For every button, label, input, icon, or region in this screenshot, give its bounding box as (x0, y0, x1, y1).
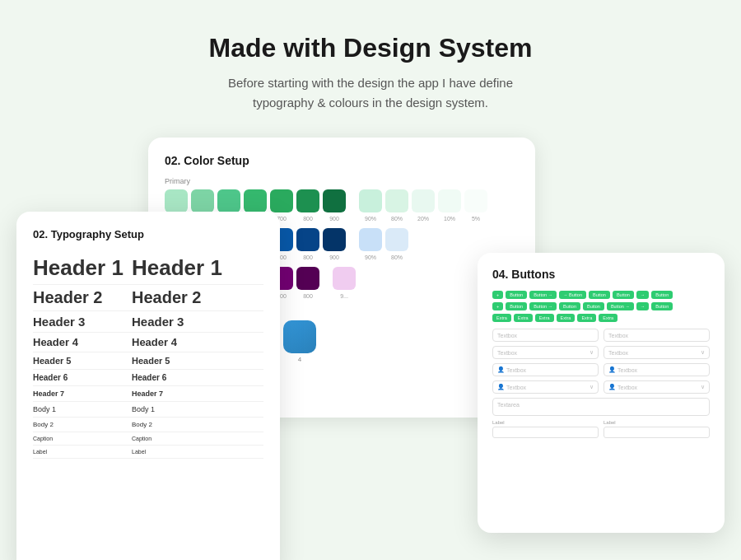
user-icon-4: 👤 (608, 384, 616, 390)
button-row-2: + Button Button → Button Button Button →… (492, 302, 710, 310)
mini-btn-5[interactable]: Button (613, 291, 634, 299)
input-row-plain: Textbox Textbox (492, 329, 710, 342)
mini-btn-15[interactable]: Button (651, 302, 673, 310)
input-row-select: Textbox∨ Textbox∨ (492, 346, 710, 359)
cards-container: 02. Color Setup Primary 300 400 500 600 … (16, 138, 725, 516)
mini-btn-9[interactable]: Button (506, 302, 527, 310)
mini-btn-17[interactable]: Extra (514, 314, 533, 322)
typo-header2: Header 2 Header 2 (33, 285, 263, 311)
typo-body2: Body 2 Body 2 (33, 418, 263, 432)
purple-800 (296, 267, 319, 290)
page-subtitle: Before starting with the design the app … (209, 73, 533, 113)
green-800 (296, 189, 319, 212)
mini-btn-21[interactable]: Extra (599, 314, 618, 322)
buttons-setup-card: 04. Buttons + Button Button → → Button B… (478, 253, 725, 533)
mini-textarea[interactable]: Textarea (492, 398, 710, 416)
green-80 (385, 189, 408, 212)
mini-icon-textbox-2[interactable]: 👤Textbox (604, 363, 710, 376)
green-swatch-row (165, 189, 519, 212)
mini-btn-8[interactable]: + (492, 302, 503, 310)
green-5 (464, 189, 487, 212)
mini-btn-plus[interactable]: + (492, 291, 503, 299)
mini-btn-10[interactable]: Button → (529, 302, 557, 310)
mini-btn-12[interactable]: Button (583, 302, 604, 310)
mini-btn-19[interactable]: Extra (557, 314, 576, 322)
buttons-card-title: 04. Buttons (492, 268, 710, 281)
green-300 (165, 189, 188, 212)
gradient-4 (283, 320, 316, 353)
mini-btn-6[interactable]: → (636, 291, 650, 299)
header-section: Made with Design System Before starting … (193, 0, 549, 129)
green-700 (270, 189, 293, 212)
mini-btn-4[interactable]: Button (589, 291, 610, 299)
user-icon-3: 👤 (497, 384, 505, 390)
green-20 (412, 189, 435, 212)
mini-btn-20[interactable]: Extra (577, 314, 596, 322)
mini-btn-13[interactable]: Button → (607, 302, 634, 310)
typography-setup-card: 02. Typography Setup Header 1 Header 1 H… (16, 212, 280, 560)
color-card-title: 02. Color Setup (165, 154, 519, 167)
mini-textbox-1[interactable]: Textbox (492, 329, 599, 342)
typo-header4: Header 4 Header 4 (33, 333, 263, 352)
mini-btn-18[interactable]: Extra (535, 314, 554, 322)
input-row-icon-select: 👤Textbox∨ 👤Textbox∨ (492, 380, 710, 394)
input-label-left[interactable] (492, 427, 599, 438)
mini-select-2[interactable]: Textbox∨ (604, 346, 710, 359)
blue-800 (296, 228, 319, 251)
input-label-right[interactable] (604, 427, 710, 438)
typo-caption: Caption Caption (33, 432, 263, 446)
input-row-textarea: Textarea (492, 398, 710, 416)
typo-label: Label Label (33, 446, 263, 459)
green-90 (359, 189, 382, 212)
mini-btn-14[interactable]: → (636, 302, 650, 310)
green-10 (438, 189, 461, 212)
typo-header6: Header 6 Header 6 (33, 370, 263, 386)
mini-select-1[interactable]: Textbox∨ (492, 346, 599, 359)
mini-icon-select-1[interactable]: 👤Textbox∨ (492, 380, 599, 394)
mini-icon-select-2[interactable]: 👤Textbox∨ (604, 380, 710, 394)
green-600 (244, 189, 267, 212)
blue-90 (359, 228, 382, 251)
mini-btn-3[interactable]: → Button (559, 291, 586, 299)
typo-body1: Body 1 Body 1 (33, 402, 263, 418)
user-icon: 👤 (497, 366, 505, 373)
label-left: Label (492, 420, 599, 425)
green-500 (217, 189, 240, 212)
mini-textbox-2[interactable]: Textbox (604, 329, 710, 342)
user-icon-2: 👤 (608, 366, 616, 373)
mini-btn-2[interactable]: Button → (529, 291, 557, 299)
typography-card-title: 02. Typography Setup (33, 228, 263, 240)
label-right: Label (604, 420, 710, 425)
mini-btn-7[interactable]: Button (651, 291, 673, 299)
button-row-1: + Button Button → → Button Button Button… (492, 291, 710, 299)
green-400 (191, 189, 214, 212)
input-row-bottom: Label Label (492, 420, 710, 438)
typo-header7: Header 7 Header 7 (33, 386, 263, 402)
typo-header3: Header 3 Header 3 (33, 311, 263, 333)
mini-btn-11[interactable]: Button (559, 302, 580, 310)
blue-80 (385, 228, 408, 251)
primary-label: Primary (165, 177, 519, 185)
blue-900 (323, 228, 346, 251)
input-row-icon: 👤Textbox 👤Textbox (492, 363, 710, 376)
typo-header5: Header 5 Header 5 (33, 352, 263, 370)
green-900 (323, 189, 346, 212)
button-row-3: Extra Extra Extra Extra Extra Extra (492, 314, 710, 322)
purple-90 (333, 267, 356, 290)
mini-icon-textbox-1[interactable]: 👤Textbox (492, 363, 599, 376)
mini-btn-16[interactable]: Extra (492, 314, 511, 322)
typo-header1: Header 1 Header 1 (33, 252, 263, 285)
page-title: Made with Design System (209, 33, 533, 63)
mini-btn-1[interactable]: Button (506, 291, 527, 299)
